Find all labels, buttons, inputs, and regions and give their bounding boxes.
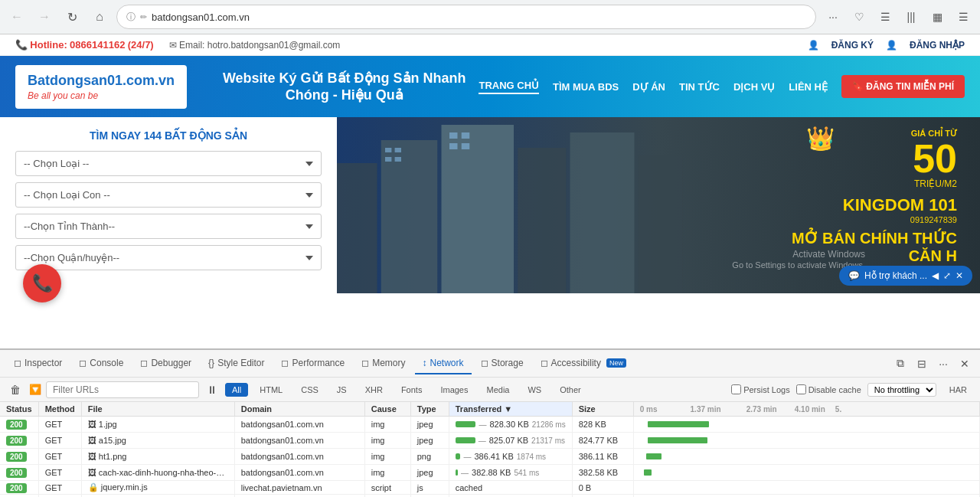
devtools-responsive-btn[interactable]: ⧉: [891, 355, 910, 373]
devtools-tab-performance[interactable]: ◻ Performance: [273, 353, 352, 374]
devtools-more-btn[interactable]: ···: [934, 355, 952, 373]
nav-trang-chu[interactable]: TRANG CHỦ: [479, 80, 539, 94]
type-filter-html[interactable]: HTML: [253, 383, 289, 397]
svg-rect-13: [462, 143, 470, 149]
cell-transferred: — 382.88 KB 541 ms: [449, 465, 572, 481]
devtools-tab-console[interactable]: ◻ Console: [71, 353, 131, 374]
select-quan-huyen[interactable]: --Chọn Quận/huyện--: [15, 245, 322, 270]
topbar-left: 📞 Hotline: 0866141162 (24/7) ✉ Email: ho…: [15, 39, 340, 51]
col-header-file[interactable]: File: [81, 402, 234, 417]
more-tools-button[interactable]: ···: [822, 6, 844, 28]
col-header-method[interactable]: Method: [38, 402, 81, 417]
table-row[interactable]: 200 GET 🖼 ht1.png batdongsan01.com.vn im…: [0, 449, 980, 465]
devtools-tab-network[interactable]: ↕ Network: [415, 353, 472, 374]
toolbar-right: ··· ♡ ☰ ||| ▦ ☰: [822, 6, 974, 28]
login-link[interactable]: ĐĂNG NHẬP: [910, 40, 965, 51]
type-filter-js[interactable]: JS: [330, 383, 354, 397]
url-input[interactable]: batdongsan01.com.vn: [152, 11, 806, 23]
filter-urls-input[interactable]: [46, 381, 199, 398]
table-row[interactable]: 200 GET 🖼 1.jpg batdongsan01.com.vn img …: [0, 417, 980, 433]
banner-open-label: MỞ BÁN CHÍNH THỨC: [792, 229, 957, 247]
devtools-tab-debugger[interactable]: ◻ Debugger: [132, 353, 199, 374]
nav-du-an[interactable]: DỰ ÁN: [632, 81, 665, 93]
user-icon2: 👤: [886, 40, 897, 51]
register-link[interactable]: ĐĂNG KÝ: [831, 40, 874, 51]
col-header-transferred[interactable]: Transferred ▼: [449, 402, 572, 417]
type-filter-images[interactable]: Images: [433, 383, 475, 397]
debugger-icon: ◻: [140, 358, 148, 368]
col-header-size[interactable]: Size: [572, 402, 633, 417]
persist-logs-checkbox[interactable]: [731, 384, 741, 394]
hotline-number: 0866141162: [70, 39, 125, 51]
chat-expand[interactable]: ⤢: [943, 270, 951, 281]
devtools-tab-style-editor[interactable]: {} Style Editor: [201, 353, 272, 374]
col-header-status[interactable]: Status: [0, 402, 38, 417]
network-table-wrap: Status Method File Domain Cause Type Tra…: [0, 402, 980, 497]
chat-widget[interactable]: 💬 Hỗ trợ khách ... ◀ ⤢ ✕: [839, 266, 972, 286]
devtools-tab-inspector[interactable]: ◻ Inspector: [6, 353, 70, 374]
status-badge: 200: [6, 420, 27, 430]
cell-method: GET: [38, 495, 81, 498]
type-filter-all[interactable]: All: [225, 383, 248, 397]
site-main: TÌM NGAY 144 BẤT ĐỘNG SẢN -- Chọn Loại -…: [0, 117, 980, 293]
chat-minimize[interactable]: ◀: [932, 270, 939, 281]
cell-waterfall: [633, 417, 979, 433]
devtools-tab-memory[interactable]: ◻ Memory: [354, 353, 413, 374]
status-badge: 200: [6, 436, 27, 446]
type-filter-media[interactable]: Media: [479, 383, 516, 397]
type-filter-xhr[interactable]: XHR: [358, 383, 390, 397]
chat-close[interactable]: ✕: [956, 270, 963, 281]
type-filter-ws[interactable]: WS: [521, 383, 548, 397]
select-loai-con[interactable]: -- Chọn Loại Con --: [15, 182, 322, 208]
reload-button[interactable]: ↻: [61, 6, 83, 28]
disable-cache-checkbox[interactable]: [796, 384, 806, 394]
bookmark-icon[interactable]: ♡: [848, 6, 870, 28]
type-filter-css[interactable]: CSS: [294, 383, 325, 397]
new-badge: New: [606, 358, 626, 368]
col-header-cause[interactable]: Cause: [364, 402, 410, 417]
col-header-waterfall[interactable]: 0 ms 1.37 min 2.73 min 4.10 min 5.: [633, 402, 979, 417]
col-header-domain[interactable]: Domain: [234, 402, 364, 417]
devtools-tab-storage[interactable]: ◻ Storage: [473, 353, 531, 374]
menu-button[interactable]: ☰: [952, 6, 974, 28]
tab-manager-icon[interactable]: ▦: [926, 6, 948, 28]
home-button[interactable]: ⌂: [89, 6, 110, 28]
nav-lien-he[interactable]: LIÊN HỆ: [789, 81, 828, 93]
collections-icon[interactable]: ☰: [874, 6, 896, 28]
site-tagline: Website Ký Gửi Bất Động Sản Nhanh Chóng …: [210, 70, 479, 103]
cta-button[interactable]: 🔖 ĐĂNG TIN MIỄN PHÍ: [841, 75, 965, 98]
svg-rect-1: [381, 140, 438, 293]
devtools-tab-accessibility[interactable]: ◻ Accessibility New: [533, 353, 634, 374]
devtools-right-controls: ⧉ ⊟ ··· ✕: [891, 355, 974, 373]
back-button[interactable]: ←: [6, 6, 28, 28]
extensions-icon[interactable]: |||: [900, 6, 922, 28]
select-loai[interactable]: -- Chọn Loại --: [15, 151, 322, 176]
persist-logs-label[interactable]: Persist Logs: [731, 384, 790, 394]
forward-button[interactable]: →: [34, 6, 55, 28]
table-header-row: Status Method File Domain Cause Type Tra…: [0, 402, 980, 417]
table-row[interactable]: 200 GET 🔒 jquery.min.js livechat.pavietn…: [0, 481, 980, 495]
table-row[interactable]: 200 GET 🖼 a15.jpg batdongsan01.com.vn im…: [0, 433, 980, 449]
clear-network-btn[interactable]: 🗑: [6, 381, 24, 399]
devtools-split-btn[interactable]: ⊟: [913, 355, 931, 373]
throttle-select[interactable]: No throttling: [867, 383, 936, 397]
performance-icon: ◻: [281, 358, 289, 368]
disable-cache-label[interactable]: Disable cache: [796, 384, 861, 394]
nav-tim-mua-bds[interactable]: TÌM MUA BDS: [553, 81, 619, 93]
cell-file: 🖼 cach-xac-dinh-huong-nha-theo-phong-thu…: [81, 465, 234, 481]
har-button[interactable]: HAR: [942, 383, 974, 397]
type-filter-fonts[interactable]: Fonts: [394, 383, 430, 397]
col-header-type[interactable]: Type: [410, 402, 449, 417]
nav-tin-tuc[interactable]: TIN TỨC: [679, 81, 720, 93]
table-row[interactable]: 200 GET 🖼 20160929151128-281c-jpg-201703…: [0, 495, 980, 498]
cell-waterfall: [633, 465, 979, 481]
pause-recording-btn[interactable]: ⏸: [204, 384, 220, 396]
nav-dich-vu[interactable]: DỊCH VỤ: [733, 81, 775, 93]
devtools-close-btn[interactable]: ✕: [956, 355, 974, 373]
address-bar: ⓘ ✏ batdongsan01.com.vn: [116, 5, 816, 29]
svg-rect-10: [449, 132, 458, 139]
type-filter-other[interactable]: Other: [553, 383, 588, 397]
select-tinh-thanh[interactable]: --Chọn Tỉnh Thành--: [15, 214, 322, 239]
svg-rect-3: [518, 148, 566, 293]
table-row[interactable]: 200 GET 🖼 cach-xac-dinh-huong-nha-theo-p…: [0, 465, 980, 481]
